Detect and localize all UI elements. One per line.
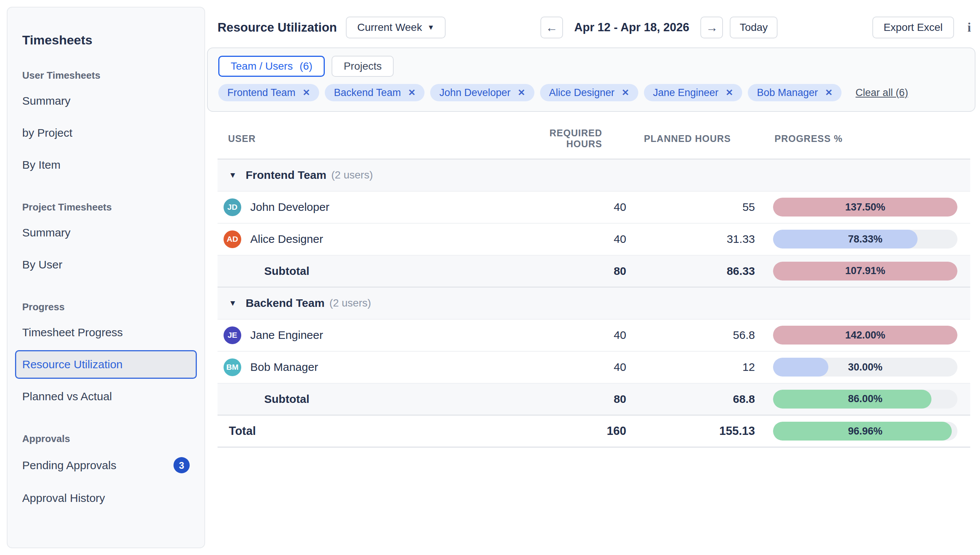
sidebar-item-label: by Project: [22, 126, 72, 140]
sidebar-item-approval-history[interactable]: Approval History: [15, 484, 197, 512]
subtotal-planned-value: 68.8: [631, 383, 760, 415]
sidebar-item-label: By Item: [22, 158, 61, 172]
tab-label: Team / Users: [231, 60, 293, 72]
period-selector-dropdown[interactable]: Current Week ▼: [346, 16, 446, 38]
next-week-button[interactable]: →: [700, 16, 723, 38]
required-hours-value: 40: [515, 223, 631, 255]
column-header-user: USER: [217, 121, 515, 159]
filter-chip-bob-manager[interactable]: Bob Manager✕: [748, 84, 841, 101]
period-selector-label: Current Week: [357, 21, 422, 34]
utilization-table: USER REQUIRED HOURS PLANNED HOURS PROGRE…: [217, 121, 970, 448]
column-header-planned-hours: PLANNED HOURS: [631, 121, 760, 159]
sidebar-item-label: Summary: [22, 94, 70, 108]
table-row-alice-designer: ADAlice Designer4031.3378.33%: [217, 223, 970, 255]
progress-bar: 107.91%: [773, 262, 958, 281]
progress-bar-label: 137.50%: [773, 198, 958, 217]
chip-label: Backend Team: [334, 87, 401, 99]
remove-chip-icon[interactable]: ✕: [726, 87, 733, 98]
required-hours-value: 40: [515, 191, 631, 223]
filter-tabs: Team / Users(6)Projects: [218, 56, 964, 77]
group-row-frontend-team[interactable]: ▼Frontend Team(2 users): [217, 159, 970, 191]
remove-chip-icon[interactable]: ✕: [408, 87, 416, 98]
sidebar-item-by-item[interactable]: By Item: [15, 151, 197, 179]
user-cell-wrap: JDJohn Developer: [217, 191, 515, 223]
user-cell-wrap: ADAlice Designer: [217, 223, 515, 255]
group-header-cell: ▼Backend Team(2 users): [217, 287, 970, 319]
progress-bar: 86.00%: [773, 390, 958, 409]
collapse-icon[interactable]: ▼: [229, 170, 237, 180]
progress-bar: 142.00%: [773, 326, 958, 345]
topbar: Resource Utilization Current Week ▼ ← Ap…: [217, 11, 971, 44]
tab-team-users[interactable]: Team / Users(6): [218, 56, 325, 77]
page-title: Resource Utilization: [217, 20, 337, 35]
main-content: Resource Utilization Current Week ▼ ← Ap…: [217, 0, 971, 448]
user-name: Alice Designer: [250, 233, 323, 245]
group-name: Frontend Team: [246, 169, 326, 181]
today-button[interactable]: Today: [730, 16, 777, 38]
required-hours-value: 40: [515, 319, 631, 351]
table-header-row: USER REQUIRED HOURS PLANNED HOURS PROGRE…: [217, 121, 970, 159]
planned-hours-value: 31.33: [631, 223, 760, 255]
subtotal-required-value: 80: [515, 383, 631, 415]
sidebar-item-label: Resource Utilization: [22, 357, 123, 372]
sidebar-item-by-project[interactable]: by Project: [15, 119, 197, 147]
table-row-john-developer: JDJohn Developer4055137.50%: [217, 191, 970, 223]
progress-cell: 30.00%: [760, 351, 970, 383]
required-hours-value: 40: [515, 351, 631, 383]
filter-chip-frontend-team[interactable]: Frontend Team✕: [218, 84, 319, 101]
sidebar: Timesheets User TimesheetsSummaryby Proj…: [7, 7, 205, 548]
subtotal-planned-value: 86.33: [631, 255, 760, 287]
filter-chips: Frontend Team✕Backend Team✕John Develope…: [218, 84, 964, 101]
filter-chip-alice-designer[interactable]: Alice Designer✕: [540, 84, 638, 101]
arrow-left-icon: ←: [546, 21, 558, 35]
info-icon[interactable]: i: [967, 21, 971, 35]
group-row-backend-team[interactable]: ▼Backend Team(2 users): [217, 287, 970, 319]
group-user-count: (2 users): [329, 297, 371, 309]
collapse-icon[interactable]: ▼: [229, 298, 237, 308]
sidebar-item-label: Pending Approvals: [22, 458, 116, 473]
export-excel-button[interactable]: Export Excel: [872, 16, 954, 38]
remove-chip-icon[interactable]: ✕: [518, 87, 525, 98]
progress-cell: 137.50%: [760, 191, 970, 223]
planned-hours-value: 56.8: [631, 319, 760, 351]
sidebar-sections: User TimesheetsSummaryby ProjectBy ItemP…: [15, 69, 197, 512]
sidebar-item-pending-approvals[interactable]: Pending Approvals3: [15, 450, 197, 480]
sidebar-item-label: Summary: [22, 226, 70, 240]
user-cell: BMBob Manager: [217, 358, 515, 376]
group-header: ▼Backend Team(2 users): [217, 297, 970, 310]
sidebar-item-summary[interactable]: Summary: [15, 87, 197, 115]
sidebar-section-label: User Timesheets: [15, 69, 197, 81]
sidebar-section-label: Project Timesheets: [15, 201, 197, 213]
group-name: Backend Team: [246, 297, 325, 310]
clear-all-filters-link[interactable]: Clear all (6): [855, 87, 908, 99]
filter-chip-backend-team[interactable]: Backend Team✕: [325, 84, 425, 101]
sidebar-item-summary[interactable]: Summary: [15, 218, 197, 247]
remove-chip-icon[interactable]: ✕: [622, 87, 629, 98]
group-header-cell: ▼Frontend Team(2 users): [217, 159, 970, 191]
prev-week-button[interactable]: ←: [540, 16, 563, 38]
tab-projects[interactable]: Projects: [332, 56, 394, 77]
group-user-count: (2 users): [331, 169, 372, 181]
total-required-value: 160: [515, 415, 631, 447]
progress-cell: 107.91%: [760, 255, 970, 287]
chip-label: Jane Engineer: [653, 87, 718, 99]
user-cell-wrap: BMBob Manager: [217, 351, 515, 383]
chip-label: Frontend Team: [227, 87, 296, 99]
progress-bar: 96.96%: [773, 422, 958, 441]
user-cell: JEJane Engineer: [217, 326, 515, 344]
sidebar-item-timesheet-progress[interactable]: Timesheet Progress: [15, 318, 197, 347]
sidebar-item-by-user[interactable]: By User: [15, 250, 197, 279]
sidebar-item-planned-vs-actual[interactable]: Planned vs Actual: [15, 382, 197, 411]
arrow-right-icon: →: [706, 21, 718, 35]
filter-chip-john-developer[interactable]: John Developer✕: [430, 84, 534, 101]
total-planned-value: 155.13: [631, 415, 760, 447]
remove-chip-icon[interactable]: ✕: [302, 87, 310, 98]
subtotal-required-value: 80: [515, 255, 631, 287]
remove-chip-icon[interactable]: ✕: [825, 87, 833, 98]
sidebar-section: Project TimesheetsSummaryBy User: [15, 201, 197, 279]
filter-chip-jane-engineer[interactable]: Jane Engineer✕: [644, 84, 742, 101]
avatar: JE: [224, 326, 241, 344]
sidebar-item-resource-utilization[interactable]: Resource Utilization: [15, 350, 197, 379]
progress-bar: 30.00%: [773, 358, 958, 377]
sidebar-section-label: Progress: [15, 301, 197, 313]
